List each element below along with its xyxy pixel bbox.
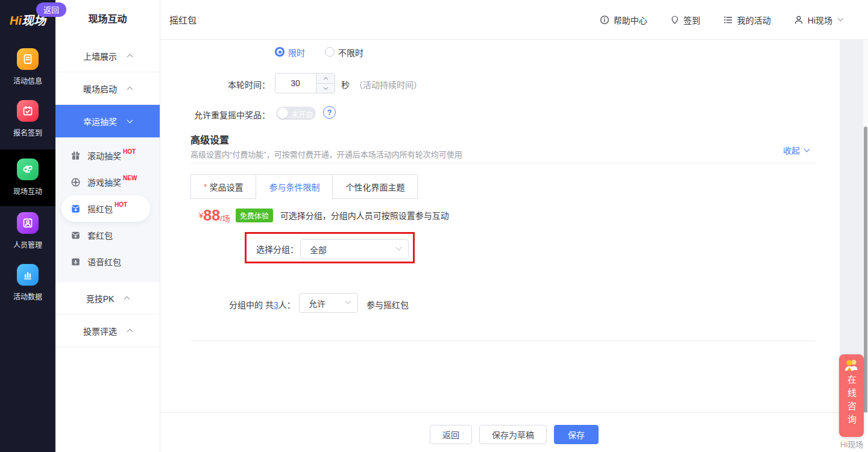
round-time-input-wrap: [275, 73, 335, 93]
save-draft-button[interactable]: 保存为草稿: [479, 425, 547, 444]
round-time-input[interactable]: [275, 74, 315, 93]
submenu-item-game-draw[interactable]: 游戏抽奖 NEW: [55, 169, 160, 195]
submenu-item-voice-red-packet[interactable]: 语音红包: [55, 248, 160, 275]
main-content: 限时 不限时 本轮时间： 秒 （活动持续时间） 允许重复摇中奖品： 未开启 ? …: [160, 40, 840, 412]
online-consult-widget[interactable]: 在线咨询: [839, 354, 864, 437]
group-count-text: 分组中的 共3人：: [229, 298, 295, 310]
toggle-state-label: 未开启: [291, 109, 313, 119]
menu-group-wall-display[interactable]: 上墙展示: [55, 40, 160, 72]
sidebar-item-activity-data[interactable]: 活动数据: [0, 264, 55, 301]
stepper-down-button[interactable]: [316, 83, 335, 93]
submenu-item-nested-red-packet[interactable]: 套红包: [55, 222, 160, 248]
account-menu[interactable]: Hi现场: [794, 14, 843, 26]
price-row: ¥ 88 /场 免费体验 可选择分组，分组内人员可按照设置参与互动: [199, 206, 449, 224]
online-consult-label: 在线咨询: [845, 375, 858, 428]
hot-badge: HOT: [115, 201, 127, 208]
chevron-up-icon: [127, 87, 133, 93]
bar-chart-icon: [17, 264, 39, 286]
footer-buttons: 返回 保存为草稿 保存: [160, 425, 868, 444]
group-select-dropdown[interactable]: 全部: [300, 239, 409, 259]
calendar-check-icon: [17, 100, 39, 122]
app-sidebar: Hi现场 活动信息 报名签到 现场互动 人员管理: [0, 0, 55, 452]
back-footer-button[interactable]: 返回: [430, 425, 472, 444]
page-title: 摇红包: [169, 13, 197, 26]
sidebar-item-label: 活动信息: [0, 75, 55, 86]
group-count-link[interactable]: 3: [274, 300, 278, 310]
sidebar-item-label: 活动数据: [0, 291, 55, 301]
red-packet-icon: [71, 204, 81, 214]
help-center-link[interactable]: 帮助中心: [600, 14, 647, 26]
scrollbar-thumb[interactable]: [864, 127, 867, 439]
user-badge-icon: [17, 212, 39, 234]
submenu-item-label: 摇红包: [87, 202, 113, 215]
voice-packet-icon: [71, 257, 81, 267]
account-label: Hi现场: [808, 14, 832, 26]
info-icon: [600, 15, 609, 25]
repeat-prize-toggle[interactable]: 未开启: [276, 107, 316, 120]
signin-link[interactable]: 签到: [670, 14, 700, 26]
submenu-item-label: 滚动抽奖: [87, 149, 121, 162]
permission-dropdown[interactable]: 允许: [299, 293, 358, 313]
list-icon: [723, 15, 733, 25]
tab-ui-theme[interactable]: 个性化界面主题: [332, 174, 418, 199]
sub-sidebar-title: 现场互动: [55, 0, 160, 40]
submenu-item-label: 套红包: [87, 229, 113, 241]
my-activities-label: 我的活动: [737, 14, 771, 26]
chevron-up-icon: [124, 297, 130, 303]
radio-unlimited-time[interactable]: [325, 47, 335, 57]
price-desc: 可选择分组，分组内人员可按照设置参与互动: [280, 209, 449, 221]
menu-group-lucky-draw[interactable]: 幸运抽奖: [55, 105, 160, 137]
chevron-down-icon: [804, 146, 810, 152]
back-button[interactable]: 返回: [36, 2, 66, 17]
new-badge: NEW: [123, 175, 137, 181]
sidebar-item-signup-checkin[interactable]: 报名签到: [0, 100, 55, 137]
submenu-item-shake-red-packet[interactable]: 摇红包 HOT: [61, 195, 150, 222]
free-trial-badge[interactable]: 免费体验: [236, 209, 273, 222]
stepper-up-button[interactable]: [316, 74, 335, 83]
repeat-prize-label: 允许重复摇中奖品：: [160, 108, 270, 121]
footer-bar: 返回 保存为草稿 保存: [160, 412, 868, 452]
toggle-knob: [277, 108, 288, 119]
question-help-icon[interactable]: ?: [323, 106, 336, 119]
submenu-item-rolling-draw[interactable]: 滚动抽奖 HOT: [55, 142, 160, 169]
menu-group-warmup[interactable]: 暖场启动: [55, 72, 160, 105]
tab-label: 个性化界面主题: [345, 181, 404, 193]
hot-badge: HOT: [123, 148, 136, 155]
price-amount: 88: [203, 208, 220, 223]
menu-group-label: 上墙展示: [83, 50, 117, 62]
round-time-label: 本轮时间：: [160, 78, 270, 90]
menu-group-label: 暖场启动: [83, 83, 117, 95]
tab-prize-settings[interactable]: * 奖品设置: [190, 174, 256, 199]
wheel-icon: [71, 177, 81, 187]
watermark: Hi现场: [840, 438, 863, 450]
lucky-draw-submenu: 滚动抽奖 HOT 游戏抽奖 NEW 摇红包 HOT 套红包 语音红包: [55, 137, 160, 282]
menu-group-label: 投票评选: [83, 325, 117, 337]
group-count-prefix: 分组中的 共: [229, 300, 274, 310]
radio-limited-time[interactable]: [275, 47, 285, 57]
menu-group-vote[interactable]: 投票评选: [55, 315, 160, 347]
radio-limited-label[interactable]: 限时: [288, 46, 305, 58]
nested-packet-icon: [71, 230, 81, 240]
sidebar-item-personnel[interactable]: 人员管理: [0, 212, 55, 250]
sidebar-item-live-interaction[interactable]: 现场互动: [0, 149, 55, 206]
menu-group-pk[interactable]: 竞技PK: [55, 282, 160, 315]
sidebar-item-label: 现场互动: [0, 186, 55, 196]
chevron-up-icon: [127, 54, 133, 60]
tab-participation-limits[interactable]: 参与条件限制: [256, 174, 333, 199]
location-pin-icon: [670, 15, 679, 25]
sidebar-item-activity-info[interactable]: 活动信息: [0, 48, 55, 86]
save-button[interactable]: 保存: [554, 425, 599, 444]
topbar-right: 帮助中心 签到 我的活动 Hi现场: [600, 14, 843, 26]
settings-tabs: * 奖品设置 参与条件限制 个性化界面主题: [190, 174, 418, 199]
document-icon: [17, 48, 39, 70]
collapse-link[interactable]: 收起: [783, 144, 809, 156]
sub-sidebar: 现场互动 上墙展示 暖场启动 幸运抽奖 滚动抽奖 HOT 游戏抽奖 NEW: [55, 0, 160, 452]
my-activities-link[interactable]: 我的活动: [723, 14, 771, 26]
sidebar-item-label: 人员管理: [0, 239, 55, 250]
screen: Hi现场 活动信息 报名签到 现场互动 人员管理: [0, 0, 868, 452]
permission-value: 允许: [300, 297, 326, 309]
radio-unlimited-label[interactable]: 不限时: [338, 46, 363, 58]
price-currency: ¥: [199, 211, 203, 220]
chat-users-icon: [844, 359, 860, 372]
price-per: /场: [220, 212, 230, 224]
